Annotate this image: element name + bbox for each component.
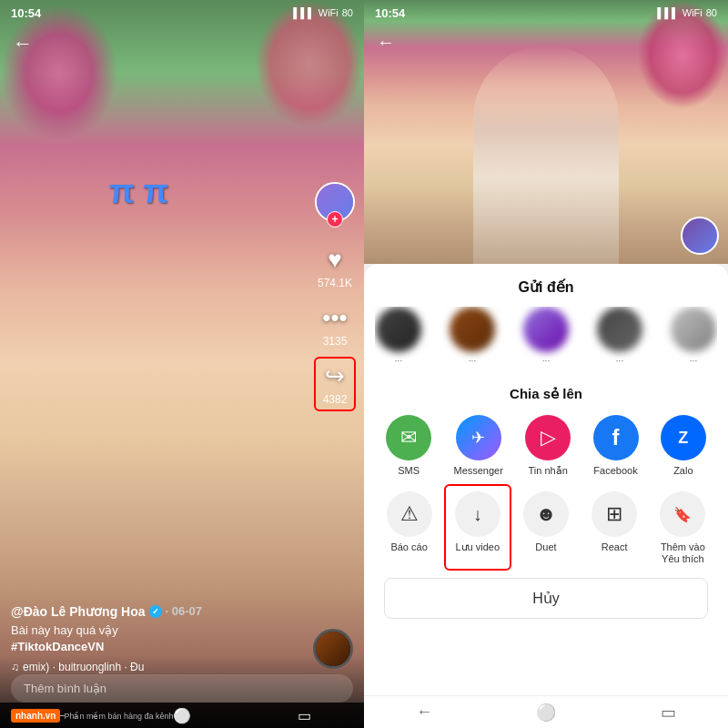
tin-nhan-label: Tin nhắn	[529, 465, 568, 477]
video-info: @Đào Lê Phương Hoa ✓ · 06-07 Bài này hay…	[11, 604, 300, 673]
share-title: Chia sẻ lên	[375, 386, 717, 402]
react-action[interactable]: ⊞ React	[592, 491, 637, 565]
bottom-nav-right: ← ⚪ ▭	[364, 695, 728, 728]
description-text: Bài này hay quá vậy	[11, 623, 118, 637]
zalo-icon: Z	[661, 415, 706, 460]
nhanh-logo-box: nhanh.vn	[11, 709, 60, 723]
bao-cao-action[interactable]: ⚠ Báo cáo	[387, 491, 432, 565]
status-bar-left: 10:54 ▌▌▌ WiFi 80	[0, 0, 364, 25]
zalo-label: Zalo	[673, 465, 693, 476]
recipient-1[interactable]: ···	[375, 307, 422, 366]
recipient-2[interactable]: ···	[449, 307, 496, 366]
messenger-icon: ✈	[456, 415, 501, 460]
messenger-app[interactable]: ✈ Messenger	[453, 415, 502, 477]
facebook-icon: f	[593, 415, 639, 460]
recipient-avatar-5	[671, 307, 716, 352]
left-panel: 10:54 ▌▌▌ WiFi 80 ← π π + ♥ 574.1K ••• 3…	[0, 0, 364, 728]
video-background-right: 10:54 ▌▌▌ WiFi 80 ←	[364, 0, 728, 264]
recipient-3[interactable]: ···	[522, 307, 570, 366]
wifi-icon-right: WiFi	[682, 7, 703, 18]
status-icons-right: ▌▌▌ WiFi 80	[657, 7, 717, 18]
signal-icon-right: ▌▌▌	[657, 7, 678, 18]
duet-action[interactable]: ☻ Duet	[523, 491, 569, 565]
signal-icon: ▌▌▌	[293, 7, 314, 18]
tin-nhan-app[interactable]: ▷ Tin nhắn	[525, 415, 571, 477]
back-button-left[interactable]: ←	[13, 32, 33, 56]
avatar-right[interactable]	[681, 217, 719, 255]
person-silhouette	[473, 46, 619, 264]
music-text: emix) · buitruonglinh · Đu	[23, 661, 144, 673]
date-text: · 06-07	[166, 604, 202, 618]
status-icons-left: ▌▌▌ WiFi 80	[293, 7, 353, 18]
them-vao-label: Thêm vàoYêu thích	[661, 541, 705, 565]
duet-icon: ☻	[523, 491, 569, 537]
sms-app[interactable]: ✉ SMS	[386, 415, 431, 477]
username-text: @Đào Lê Phương Hoa	[11, 604, 146, 619]
recipients-row: ··· ··· ··· ··· ···	[375, 307, 717, 373]
react-label: React	[602, 541, 628, 552]
nav-recent-icon[interactable]: ▭	[298, 707, 311, 724]
hashtag[interactable]: #TiktokDanceVN	[11, 640, 104, 653]
nav-recent-right[interactable]: ▭	[661, 703, 676, 723]
them-vao-action[interactable]: 🔖 Thêm vàoYêu thích	[660, 491, 705, 565]
nav-back-right[interactable]: ←	[416, 703, 432, 722]
recipient-avatar-4	[597, 307, 642, 352]
nhanh-logo: nhanh.vn Phần mềm bán hàng đa kênh	[11, 709, 174, 723]
zalo-app[interactable]: Z Zalo	[661, 415, 706, 477]
send-to-title: Gửi đến	[375, 278, 717, 296]
battery-icon: 80	[342, 7, 353, 18]
react-icon: ⊞	[592, 491, 637, 537]
recipient-4[interactable]: ···	[596, 307, 643, 366]
back-button-right[interactable]: ←	[377, 32, 395, 53]
music-note-icon: ♫	[11, 661, 19, 673]
comment-icon: •••	[322, 304, 347, 332]
actions-row: ⚠ Báo cáo ↓ Lưu video ☻ Duet ⊞ React 🔖 T…	[375, 491, 717, 565]
them-vao-icon: 🔖	[660, 491, 705, 537]
bao-cao-icon: ⚠	[387, 491, 432, 537]
luu-video-action[interactable]: ↓ Lưu video	[455, 491, 500, 565]
recipient-name-5: ···	[670, 356, 717, 366]
right-panel: 10:54 ▌▌▌ WiFi 80 ← Gửi đến ··· ···	[364, 0, 728, 728]
pi-overlay: π π	[109, 173, 168, 211]
recipient-name-3: ···	[522, 356, 570, 366]
comment-input[interactable]: Thêm bình luận	[11, 674, 353, 703]
bottom-sheet: Gửi đến ··· ··· ··· ··· ···	[364, 264, 728, 695]
facebook-app[interactable]: f Facebook	[593, 415, 639, 477]
cancel-button[interactable]: Hủy	[384, 578, 708, 619]
verified-badge: ✓	[149, 605, 162, 618]
music-disc[interactable]	[313, 629, 353, 669]
follow-button[interactable]: +	[327, 211, 343, 228]
video-description: Bài này hay quá vậy #TiktokDanceVN	[11, 622, 300, 655]
luu-video-highlight	[444, 484, 511, 571]
nhanh-tagline: Phần mềm bán hàng đa kênh	[64, 712, 173, 721]
recipient-avatar-2	[450, 307, 495, 352]
share-apps-row: ✉ SMS ✈ Messenger ▷ Tin nhắn f Facebook …	[375, 415, 717, 477]
nav-home-icon[interactable]: ⚪	[173, 707, 191, 724]
recipient-avatar-1	[376, 307, 421, 352]
recipient-5[interactable]: ···	[670, 307, 717, 366]
tin-nhan-icon: ▷	[525, 415, 571, 460]
comment-count: 3135	[323, 335, 348, 348]
facebook-label: Facebook	[593, 465, 637, 476]
sms-icon: ✉	[386, 415, 431, 460]
heart-icon: ♥	[328, 246, 341, 274]
nav-home-right[interactable]: ⚪	[536, 703, 556, 723]
share-icon: ↪	[325, 362, 345, 390]
share-button[interactable]: ↪ 4382	[323, 362, 348, 406]
duet-label: Duet	[535, 541, 556, 552]
recipient-avatar-3	[523, 307, 569, 352]
username-line: @Đào Lê Phương Hoa ✓ · 06-07	[11, 604, 300, 619]
wifi-icon: WiFi	[318, 7, 339, 18]
messenger-label: Messenger	[453, 465, 502, 476]
battery-icon-right: 80	[706, 7, 717, 18]
recipient-name-1: ···	[375, 356, 422, 366]
like-button[interactable]: ♥ 574.1K	[318, 246, 352, 289]
music-line: ♫ emix) · buitruonglinh · Đu	[11, 661, 300, 673]
status-bar-right: 10:54 ▌▌▌ WiFi 80	[364, 0, 728, 25]
bao-cao-label: Báo cáo	[390, 541, 427, 552]
comment-button[interactable]: ••• 3135	[322, 304, 347, 348]
sms-label: SMS	[398, 465, 420, 476]
right-icons-panel: + ♥ 574.1K ••• 3135 ↪ 4382	[315, 182, 355, 406]
recipient-name-4: ···	[596, 356, 643, 366]
like-count: 574.1K	[318, 277, 352, 289]
